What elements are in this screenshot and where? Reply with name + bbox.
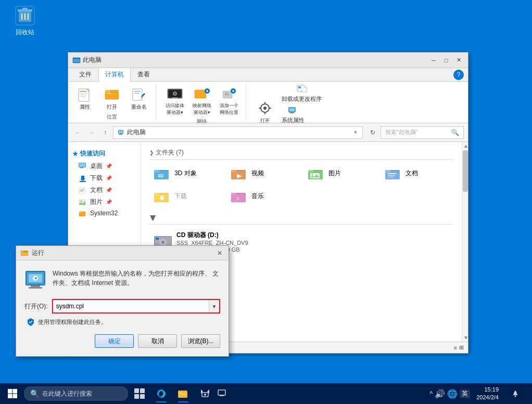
svg-rect-125 [179,395,185,395]
pin-icon-pictures: 📌 [106,199,112,205]
run-cancel-button[interactable]: 取消 [138,334,177,348]
folder-3d-label: 3D 对象 [174,169,197,178]
folder-doc-label: 文档 [406,169,418,178]
run-ok-button[interactable]: 确定 [95,334,134,348]
taskbar-desktop[interactable] [217,383,227,404]
back-button[interactable]: ← [72,127,84,138]
run-browse-button[interactable]: 浏览(B)... [181,334,220,348]
taskview-icon [134,388,145,399]
scrollbar[interactable]: ▲ ▼ [462,142,468,342]
search-icon[interactable]: 🔍 [451,129,459,136]
taskbar-clock[interactable]: 15:19 2024/2/4 [472,386,503,402]
documents-sidebar-icon [79,187,87,194]
uninstall-icon [297,85,307,93]
svg-point-128 [204,394,206,396]
desktop-sidebar-icon [79,163,87,170]
ribbon-item-map-drive[interactable]: 映射网络驱动器▾ [189,84,214,117]
recycle-bin-icon[interactable]: 回收站 [9,5,41,37]
scrollbar-thumb[interactable] [463,150,468,192]
taskbar-search[interactable]: 🔍 在此键入进行搜索 [24,386,128,401]
tab-file[interactable]: 文件 [72,68,98,82]
sidebar-item-downloads[interactable]: 下载 📌 [68,172,141,184]
folder-item-picture[interactable]: 图片 [303,164,376,183]
folder-item-video[interactable]: 视频 [226,164,299,183]
settings-icon [257,100,273,116]
folder-item-download[interactable]: 下载 [149,187,222,205]
tray-expand-icon[interactable]: ^ [430,390,433,397]
sidebar-item-pictures[interactable]: 图片 📌 [68,196,141,208]
add-location-label: 添加一个网络位置 [220,102,238,116]
svg-rect-85 [154,193,159,196]
scrollbar-up[interactable]: ▲ [462,142,468,150]
run-title-icon [20,249,29,257]
svg-rect-113 [8,389,12,394]
sidebar-item-documents[interactable]: 文档 📌 [68,184,141,196]
taskbar-explorer[interactable] [173,383,194,404]
ribbon-item-uninstall[interactable]: 卸载或更改程序 [280,84,324,104]
run-buttons: 确定 取消 浏览(B)... [24,334,220,348]
maximize-button[interactable]: □ [441,55,451,66]
address-dropdown-icon[interactable]: ▼ [353,129,358,135]
folder-item-3d[interactable]: 3D 3D 对象 [149,164,222,183]
folder-item-music[interactable]: ♪ 音乐 [226,187,299,205]
svg-rect-19 [107,93,111,94]
taskbar-start-button[interactable] [2,383,23,404]
system32-sidebar-icon [79,210,87,217]
forward-button[interactable]: → [86,127,97,138]
breadcrumb-computer: 此电脑 [127,128,146,137]
tab-view[interactable]: 查看 [131,68,157,82]
run-input-field[interactable] [53,300,209,312]
ribbon-item-open[interactable]: 打开 [99,85,124,112]
scrollbar-down[interactable]: ▼ [462,334,468,342]
folder-picture-label: 图片 [328,169,341,178]
svg-rect-114 [13,389,18,394]
svg-rect-120 [140,394,145,399]
svg-rect-34 [264,102,265,104]
taskbar-taskview[interactable] [129,383,150,404]
drives-section-chevron[interactable]: ⯆ [149,214,157,222]
help-button[interactable]: ? [453,70,464,80]
ribbon: 属性 打开 [68,82,468,123]
tray-network-icon[interactable]: 🌐 [447,389,458,399]
sidebar-item-system32[interactable]: System32 [68,208,141,218]
close-button[interactable]: ✕ [453,55,464,66]
tray-language-label[interactable]: 英 [460,389,470,398]
sidebar-item-desktop[interactable]: 桌面 📌 [68,160,141,172]
drives-section-header: ⯆ [149,212,453,225]
run-close-button[interactable]: ✕ [215,249,224,258]
ribbon-item-sys-props[interactable]: 系统属性 [280,105,307,125]
folder-item-doc[interactable]: 文档 [381,164,453,183]
taskbar-edge[interactable] [151,383,172,404]
minimize-button[interactable]: ─ [428,55,439,66]
view-grid-icon[interactable]: ⊞ [459,344,464,351]
ribbon-item-rename[interactable]: 重命名 [126,85,151,112]
svg-rect-123 [178,392,182,394]
folders-grid: 3D 3D 对象 视频 [149,164,453,205]
view-list-icon[interactable]: ≡ [454,345,457,351]
tray-speaker-icon[interactable]: 🔊 [435,389,445,399]
folders-section-chevron[interactable]: ❯ [149,150,154,155]
svg-point-76 [312,174,313,176]
refresh-button[interactable]: ↻ [367,127,378,138]
up-button[interactable]: ↑ [99,127,111,138]
run-dropdown-button[interactable]: ▼ [209,300,219,312]
svg-rect-82 [388,177,394,178]
search-box[interactable]: 搜索"此电脑" 🔍 [381,126,464,139]
tab-computer[interactable]: 计算机 [98,68,131,82]
svg-point-61 [81,200,82,202]
svg-rect-81 [388,175,395,176]
ribbon-item-add-location[interactable]: 添加一个网络位置 [217,84,242,117]
folder-download-label: 下载 [174,192,187,201]
svg-rect-58 [80,190,84,191]
open-label: 打开 [107,103,117,111]
svg-rect-75 [310,173,320,178]
folder-music-label: 音乐 [251,192,264,201]
taskbar-notification[interactable] [505,383,526,404]
ribbon-item-properties[interactable]: 属性 [72,85,97,112]
taskbar-snip[interactable] [195,383,216,404]
address-input[interactable]: 此电脑 ▼ [113,126,363,139]
svg-rect-74 [308,170,313,173]
quickaccess-icon: ★ [72,150,78,158]
pin-icon-downloads: 📌 [106,175,112,181]
ribbon-item-media[interactable]: 访问媒体驱动器▾ [162,84,187,117]
